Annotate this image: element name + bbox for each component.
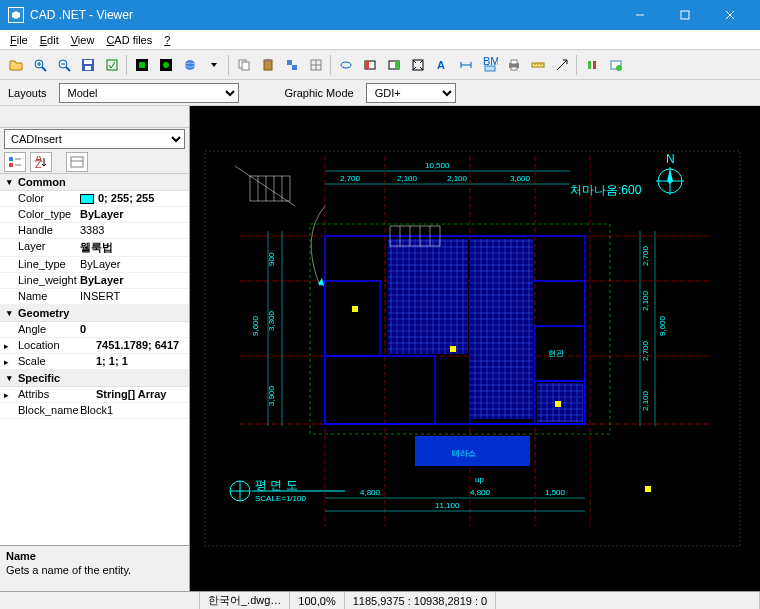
text-icon[interactable]: A: [430, 53, 453, 76]
svg-rect-55: [9, 163, 13, 167]
toolbar-separator: [228, 55, 229, 75]
svg-rect-2: [681, 11, 689, 19]
zoom-in-icon[interactable]: [28, 53, 51, 76]
copy-icon[interactable]: [232, 53, 255, 76]
prop-row: ▸Scale1; 1; 1: [0, 354, 189, 370]
svg-rect-17: [139, 62, 145, 68]
prop-row: NameINSERT: [0, 289, 189, 305]
expand-icon[interactable]: ▸: [4, 387, 14, 402]
svg-text:평 면 도: 평 면 도: [255, 478, 298, 492]
svg-text:3,900: 3,900: [267, 385, 276, 406]
svg-text:4,800: 4,800: [470, 488, 491, 497]
rect-tool-icon-2[interactable]: [382, 53, 405, 76]
toolbar: A BMP: [0, 50, 760, 80]
save-icon[interactable]: [76, 53, 99, 76]
menu-help[interactable]: ?: [158, 32, 176, 48]
menu-edit[interactable]: Edit: [34, 32, 65, 48]
minimize-button[interactable]: [617, 0, 662, 30]
tool-icon-1[interactable]: [100, 53, 123, 76]
graphic-mode-select[interactable]: GDI+: [366, 83, 456, 103]
layer-icon-1[interactable]: [130, 53, 153, 76]
prop-row: Line_typeByLayer: [0, 257, 189, 273]
svg-rect-44: [511, 60, 517, 64]
category-common[interactable]: ▾Common: [0, 174, 189, 191]
menu-cadfiles[interactable]: CAD files: [100, 32, 158, 48]
prop-row: Color_typeByLayer: [0, 207, 189, 223]
extents-icon[interactable]: [406, 53, 429, 76]
svg-rect-50: [588, 61, 591, 69]
svg-text:11,100: 11,100: [435, 501, 460, 510]
paste-icon[interactable]: [256, 53, 279, 76]
svg-text:10,500: 10,500: [425, 161, 450, 170]
categorize-icon[interactable]: [4, 152, 26, 172]
toolbar-separator: [126, 55, 127, 75]
desc-name: Name: [6, 550, 183, 562]
layouts-select[interactable]: Model: [59, 83, 239, 103]
svg-text:900: 900: [267, 252, 276, 266]
status-cell: [0, 592, 200, 609]
maximize-button[interactable]: [662, 0, 707, 30]
expand-icon[interactable]: ▸: [4, 338, 14, 353]
svg-marker-0: [12, 11, 20, 19]
bmp-icon[interactable]: BMP: [478, 53, 501, 76]
rect-tool-icon-1[interactable]: [358, 53, 381, 76]
entity-type-select[interactable]: CADInsert: [4, 129, 185, 149]
desc-text: Gets a name of the entity.: [6, 564, 131, 576]
dropdown-icon[interactable]: [202, 53, 225, 76]
prop-row: Line_weightByLayer: [0, 273, 189, 289]
block-icon[interactable]: [280, 53, 303, 76]
prop-row: Block_nameBlock1: [0, 403, 189, 419]
svg-text:SCALE=1/100: SCALE=1/100: [255, 494, 306, 503]
svg-text:2,100: 2,100: [397, 174, 418, 183]
svg-text:2,100: 2,100: [641, 290, 650, 311]
svg-text:현관: 현관: [548, 349, 564, 358]
world-icon[interactable]: [178, 53, 201, 76]
svg-point-31: [341, 62, 351, 68]
svg-text:up: up: [475, 475, 484, 484]
svg-rect-122: [470, 239, 533, 419]
ellipse-icon[interactable]: [334, 53, 357, 76]
category-geometry[interactable]: ▾Geometry: [0, 305, 189, 322]
expand-icon[interactable]: ▸: [4, 354, 14, 369]
properties-toolbar: AZ: [0, 150, 189, 174]
measure-icon[interactable]: [526, 53, 549, 76]
dimension-icon[interactable]: [454, 53, 477, 76]
svg-rect-134: [450, 346, 456, 352]
window-title: CAD .NET - Viewer: [30, 8, 617, 22]
alphabetical-icon[interactable]: AZ: [30, 152, 52, 172]
propgrid-icon[interactable]: [66, 152, 88, 172]
open-icon[interactable]: [4, 53, 27, 76]
svg-text:테라스: 테라스: [452, 449, 476, 458]
prop-row: Handle3383: [0, 223, 189, 239]
close-button[interactable]: [707, 0, 752, 30]
tool-icon-a[interactable]: [580, 53, 603, 76]
svg-text:9,600: 9,600: [658, 315, 667, 336]
arrow-icon[interactable]: [550, 53, 573, 76]
svg-text:Z: Z: [35, 158, 42, 168]
category-specific[interactable]: ▾Specific: [0, 370, 189, 387]
svg-text:2,700: 2,700: [641, 340, 650, 361]
status-bar: 한국어_.dwg… 100,0% 1185,9375 : 10938,2819 …: [0, 591, 760, 609]
drawing-canvas[interactable]: N 처마나옴:600 10,500 2,700 2,100: [190, 106, 760, 591]
titlebar: CAD .NET - Viewer: [0, 0, 760, 30]
property-description: Name Gets a name of the entity.: [0, 545, 189, 591]
svg-rect-35: [395, 61, 399, 69]
menu-view[interactable]: View: [65, 32, 101, 48]
tool-icon-b[interactable]: [604, 53, 627, 76]
properties-panel: CADInsert AZ ▾Common Color0; 255; 255 Co…: [0, 106, 190, 591]
svg-text:2,700: 2,700: [641, 245, 650, 266]
print-icon[interactable]: [502, 53, 525, 76]
svg-line-6: [42, 67, 46, 71]
zoom-out-icon[interactable]: [52, 53, 75, 76]
svg-rect-60: [71, 157, 83, 167]
svg-point-19: [163, 62, 169, 68]
layer-icon-2[interactable]: [154, 53, 177, 76]
menu-file[interactable]: File: [4, 32, 34, 48]
grid-icon[interactable]: [304, 53, 327, 76]
property-grid[interactable]: ▾Common Color0; 255; 255 Color_typeByLay…: [0, 174, 189, 545]
svg-text:처마나옴:600: 처마나옴:600: [570, 183, 642, 197]
svg-rect-54: [9, 157, 13, 161]
svg-rect-113: [325, 281, 380, 356]
prop-row: Layer웰룩법: [0, 239, 189, 257]
svg-rect-13: [84, 60, 92, 64]
